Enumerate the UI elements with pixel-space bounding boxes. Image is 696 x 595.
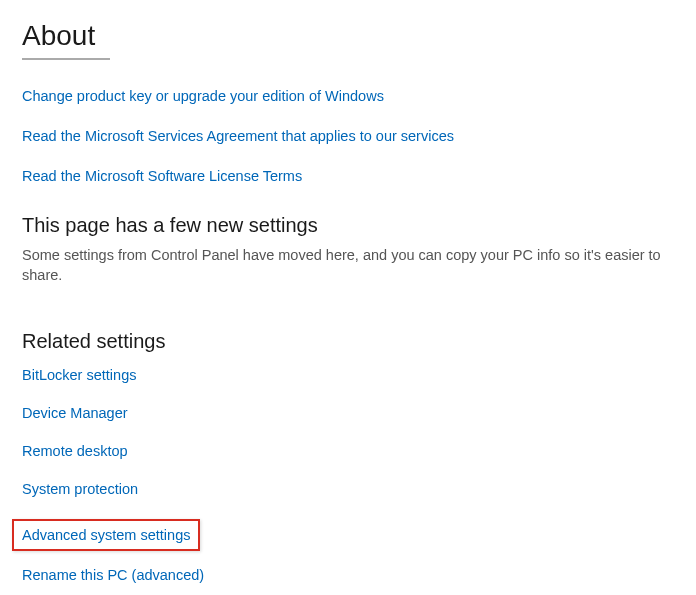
system-protection-link[interactable]: System protection — [22, 481, 138, 497]
related-settings-heading: Related settings — [22, 330, 674, 353]
page-title: About — [22, 20, 674, 52]
bitlocker-settings-link[interactable]: BitLocker settings — [22, 367, 136, 383]
microsoft-software-license-link[interactable]: Read the Microsoft Software License Term… — [22, 168, 302, 184]
info-section-heading: This page has a few new settings — [22, 214, 674, 237]
remote-desktop-link[interactable]: Remote desktop — [22, 443, 128, 459]
device-manager-link[interactable]: Device Manager — [22, 405, 128, 421]
change-product-key-link[interactable]: Change product key or upgrade your editi… — [22, 88, 384, 104]
rename-this-pc-link[interactable]: Rename this PC (advanced) — [22, 567, 204, 583]
highlighted-link-box: Advanced system settings — [12, 519, 200, 551]
info-section-text: Some settings from Control Panel have mo… — [22, 245, 674, 286]
microsoft-services-agreement-link[interactable]: Read the Microsoft Services Agreement th… — [22, 128, 454, 144]
advanced-system-settings-link[interactable]: Advanced system settings — [22, 527, 190, 543]
title-underline — [22, 58, 110, 60]
